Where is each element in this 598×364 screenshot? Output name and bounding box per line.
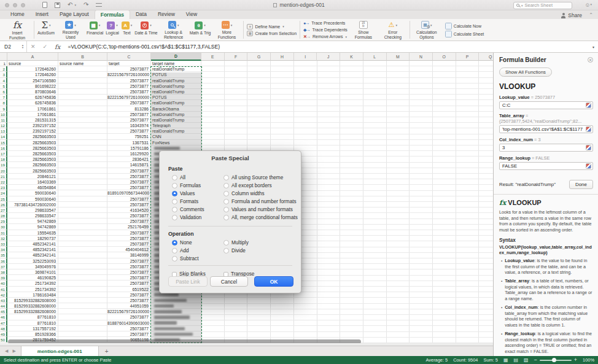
row-header-26[interactable]: 26 [0,202,7,207]
row-header-50[interactable]: 50 [0,337,7,343]
recently-used-button[interactable]: ★▾Recently Used [56,19,85,41]
create-from-selection-button[interactable]: ▦Create from Selection [247,31,297,36]
grid-cell[interactable]: 25073877 [107,196,151,202]
paste-option-values[interactable]: Values [172,190,223,198]
row-header-25[interactable]: 25 [0,196,7,202]
grid-cell[interactable]: 25073877 [107,174,151,179]
row-header-29[interactable]: 29 [0,219,7,224]
row-header-12[interactable]: 12 [0,123,7,128]
grid-cell[interactable]: 815299332882608000 [7,298,58,303]
save-icon[interactable] [55,2,60,8]
grid-cell[interactable]: 25073877 [107,213,151,219]
grid-cell[interactable]: 14615871 [107,162,151,168]
grid-cell[interactable]: 25073877 [107,241,151,247]
row-header-42[interactable]: 42 [0,292,7,298]
row-header-11[interactable]: 11 [0,117,7,123]
grid-cell[interactable]: realDonaldTrump [151,100,201,106]
grid-cell[interactable]: 25073877 [107,264,151,269]
grid-cell[interactable]: 2392197152 [7,123,58,128]
paste-option-all[interactable]: All [172,174,223,182]
add-sheet-button[interactable]: + [99,346,115,356]
insert-function-button[interactable]: fx Insert Function [2,19,32,41]
grid-cell[interactable] [58,157,107,162]
grid-cell[interactable]: 822215679726100000 [107,95,151,100]
cancel-button[interactable]: Cancel [210,276,248,287]
grid-cell[interactable] [58,78,107,83]
row-header-21[interactable]: 21 [0,174,7,179]
ribbon-tab-home[interactable]: Home [5,10,30,19]
grid-cell[interactable]: 870803646 [7,89,58,95]
row-header-36[interactable]: 36 [0,258,7,264]
show-formulas-button[interactable]: 15fx Show Formulas [349,19,378,41]
grid-cell[interactable]: 590030640 [7,190,58,196]
grid-cell[interactable]: 44951059 [107,303,151,309]
grid-cell[interactable]: 25073877 [107,236,151,241]
operation-option-subtract[interactable]: Subtract [172,255,223,263]
grid-cell[interactable]: 2825663503 [7,140,58,145]
zoom-window-button[interactable] [21,3,25,7]
row-header-41[interactable]: 41 [0,287,7,292]
show-all-functions-button[interactable]: Show All Functions [499,68,552,77]
grid-cell[interactable]: target name [151,61,201,66]
column-header-K[interactable]: K [340,53,363,61]
grid-cell[interactable]: 25073877 [107,298,151,303]
operation-option-none[interactable]: None [172,239,223,247]
more-functions-button[interactable]: ⋯▾More Functions [212,19,241,41]
grid-cell[interactable] [58,196,107,202]
formula-bar-expand-icon[interactable]: ▾ [592,45,594,49]
prev-sheet-icon[interactable]: ◀ [5,349,8,354]
radio-icon[interactable] [172,183,177,188]
next-sheet-icon[interactable]: ▶ [12,349,15,354]
row-header-31[interactable]: 31 [0,230,7,236]
grid-cell[interactable] [58,241,107,247]
grid-cell[interactable]: 815299332882608000 [7,303,58,309]
grid-cell[interactable] [58,179,107,185]
toolbar-options-icon[interactable] [96,3,102,7]
grid-cell[interactable]: 815299332882608000 [7,309,58,314]
close-panel-icon[interactable]: ✕ [588,57,593,63]
grid-cell[interactable]: 25073877 [107,275,151,281]
row-header-20[interactable]: 20 [0,168,7,174]
grid-cell[interactable]: 25073877 [107,281,151,286]
grid-cell[interactable]: realDonaldTrump [151,117,201,123]
grid-cell[interactable] [58,298,107,303]
ribbon-tab-data[interactable]: Data [130,10,152,19]
grid-cell[interactable]: 25073877 [107,292,151,298]
row-header-44[interactable]: 44 [0,303,7,309]
grid-cell[interactable] [58,162,107,168]
grid-cell[interactable] [58,303,107,309]
grid-cell[interactable]: 787381434726002000 [7,202,58,207]
grid-cell[interactable]: 20846121 [7,174,58,179]
grid-cell[interactable]: 25073877 [107,230,151,236]
radio-icon[interactable] [172,175,177,180]
grid-cell[interactable] [58,151,107,157]
radio-icon[interactable] [172,207,177,212]
zoom-in-icon[interactable]: + [574,357,577,363]
grid-cell[interactable]: 25073877 [107,179,151,185]
range-selector-icon[interactable] [586,163,591,169]
row-header-40[interactable]: 40 [0,281,7,286]
grid-cell[interactable]: realDonaldTrump [151,128,201,134]
grid-cell[interactable]: 590030640 [7,196,58,202]
undo-dropdown-icon[interactable]: ▾ [74,3,76,7]
grid-cell[interactable] [58,309,107,314]
grid-cell[interactable] [58,168,107,174]
radio-icon[interactable] [172,191,177,196]
grid-cell[interactable]: 25073877 [107,66,151,72]
grid-cell[interactable]: 369874101 [7,269,58,275]
grid-cell[interactable]: 17061861 [7,106,58,112]
zoom-slider[interactable]: − + [534,357,578,363]
grid-cell[interactable]: 251734392 [7,287,58,292]
column-header-Q[interactable]: Q [479,53,493,61]
row-header-4[interactable]: 4 [0,78,7,83]
grid-cell[interactable]: BarackObama [151,106,201,112]
column-header-O[interactable]: O [433,53,456,61]
row-header-16[interactable]: 16 [0,145,7,151]
radio-icon[interactable] [172,215,177,220]
paste-option-all-using-source-theme[interactable]: All using Source theme [223,174,298,182]
table_array-input[interactable]: 'top-mentions-001.csv'!$A$1:$C$1177 [499,125,593,133]
trace-dependents-button[interactable]: ◆→Trace Dependents [303,27,348,33]
calculate-sheet-button[interactable]: Calculate Sheet [445,31,484,37]
grid-cell[interactable] [151,298,201,303]
column-header-J[interactable]: J [317,53,340,61]
